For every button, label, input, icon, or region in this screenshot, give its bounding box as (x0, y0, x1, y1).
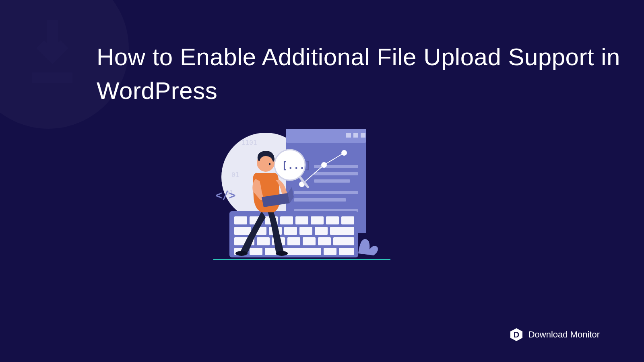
svg-rect-8 (314, 172, 358, 175)
svg-point-49 (235, 251, 248, 256)
svg-rect-33 (284, 227, 297, 235)
svg-rect-11 (294, 198, 346, 202)
brand-logo: D Download Monitor (509, 327, 600, 342)
svg-rect-47 (324, 248, 336, 255)
brand-icon: D (509, 327, 524, 342)
svg-rect-35 (315, 227, 328, 235)
page-title: How to Enable Additional File Upload Sup… (97, 40, 644, 108)
svg-point-18 (341, 150, 347, 156)
svg-rect-22 (234, 216, 247, 224)
svg-rect-0 (32, 72, 72, 83)
svg-point-52 (269, 163, 270, 165)
svg-rect-10 (294, 191, 358, 194)
svg-rect-30 (234, 227, 251, 235)
code-tag-icon: </> (215, 189, 236, 202)
svg-text:D: D (513, 330, 519, 339)
brand-name: Download Monitor (528, 329, 600, 340)
svg-point-50 (276, 251, 288, 256)
binary-text: 01 (231, 171, 239, 179)
svg-rect-9 (314, 179, 350, 183)
svg-rect-42 (318, 237, 331, 245)
svg-rect-6 (361, 133, 365, 138)
download-icon (20, 16, 85, 90)
svg-rect-4 (346, 133, 351, 138)
svg-rect-43 (333, 237, 354, 245)
svg-rect-34 (299, 227, 312, 235)
svg-rect-45 (250, 248, 262, 255)
svg-rect-25 (280, 216, 293, 224)
svg-rect-38 (257, 237, 270, 245)
svg-rect-27 (311, 216, 324, 224)
binary-text: 1101 (242, 139, 257, 146)
svg-rect-28 (326, 216, 339, 224)
svg-point-17 (321, 162, 327, 168)
svg-rect-26 (295, 216, 308, 224)
svg-rect-48 (339, 248, 354, 255)
svg-rect-40 (287, 237, 300, 245)
svg-rect-46 (265, 248, 321, 255)
svg-rect-36 (330, 227, 354, 235)
bracket-icon: [...] (282, 160, 311, 171)
svg-rect-5 (353, 133, 358, 138)
svg-rect-41 (303, 237, 316, 245)
svg-rect-29 (341, 216, 354, 224)
hero-illustration: 1101 01 01 001 </> [...] (201, 125, 402, 269)
